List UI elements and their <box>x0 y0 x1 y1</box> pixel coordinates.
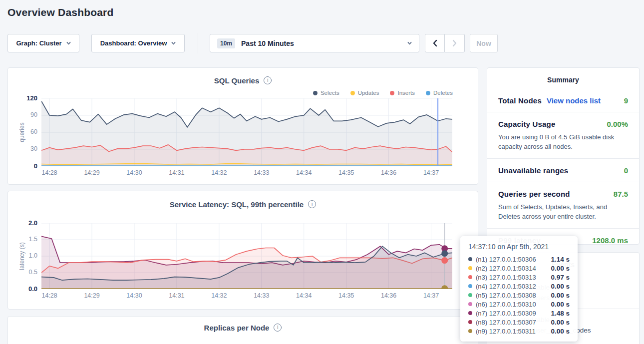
chevron-left-icon <box>432 39 438 47</box>
info-icon[interactable]: i <box>274 324 282 332</box>
tooltip-node-label: (n1) 127.0.0.1:50306 <box>476 256 536 263</box>
summary-item-description: Sum of Selects, Updates, Inserts, and De… <box>498 202 628 221</box>
chevron-down-icon <box>171 41 176 45</box>
x-axis-tick-label: 14:37 <box>415 169 447 176</box>
tooltip-node-value: 0.00 s <box>551 319 570 326</box>
legend-label: Selects <box>321 90 339 96</box>
tooltip-row: (n2) 127.0.0.1:503140.00 s <box>468 264 570 273</box>
sql-queries-chart-title: SQL Queriesi <box>8 75 478 85</box>
node-color-dot-icon <box>468 266 472 270</box>
legend-item[interactable]: Inserts <box>390 90 415 96</box>
x-axis-tick-label: 14:36 <box>373 292 405 299</box>
summary-panel-header: Summary <box>487 76 639 84</box>
summary-item-value: 1208.0 ms <box>592 236 628 245</box>
summary-item-value: 9 <box>624 96 628 105</box>
time-range-badge: 10m <box>217 38 235 48</box>
tooltip-node-value: 1.48 s <box>551 310 570 317</box>
summary-item-row: Total NodesView nodes list9 <box>498 96 628 105</box>
time-range-arrows <box>425 34 465 52</box>
tooltip-node-value: 0.97 s <box>551 274 570 281</box>
y-axis-tick-label: 0.0 <box>18 285 37 293</box>
legend-dot-icon <box>390 91 394 95</box>
info-icon[interactable]: i <box>264 76 272 84</box>
tooltip-row: (n1) 127.0.0.1:503061.14 s <box>468 255 570 264</box>
x-axis-tick-label: 14:33 <box>246 169 278 176</box>
summary-item-title: Total Nodes <box>498 96 542 105</box>
x-axis-tick-label: 14:36 <box>373 169 405 176</box>
chevron-down-icon <box>407 41 412 45</box>
legend-item[interactable]: Selects <box>313 90 339 96</box>
view-nodes-list-link[interactable]: View nodes list <box>547 96 601 105</box>
graph-scope-dropdown[interactable]: Graph: Cluster <box>7 34 79 52</box>
tooltip-node-value: 1.14 s <box>551 256 570 263</box>
legend-dot-icon <box>313 91 318 95</box>
legend-item[interactable]: Updates <box>350 90 379 96</box>
tooltip-node-label: (n4) 127.0.0.1:50312 <box>476 283 536 290</box>
info-icon[interactable]: i <box>308 200 316 208</box>
tooltip-node-unit: s <box>566 256 570 263</box>
x-axis-tick-label: 14:33 <box>246 292 278 299</box>
node-color-dot-icon <box>468 257 472 261</box>
time-range-selector[interactable]: 10m Past 10 Minutes <box>210 34 419 52</box>
summary-item-value: 0 <box>624 166 628 175</box>
x-axis-tick-label: 14:37 <box>415 292 447 299</box>
summary-item-row: Unavailable ranges0 <box>498 166 628 175</box>
tooltip-node-label: (n3) 127.0.0.1:50313 <box>476 274 536 281</box>
node-color-dot-icon <box>468 329 472 333</box>
summary-item: Capacity Usage0.00%You are using 0 B of … <box>487 112 639 158</box>
tooltip-node-unit: s <box>566 265 570 272</box>
tooltip-node-unit: s <box>566 310 570 317</box>
y-axis-tick-label: 120 <box>18 94 37 102</box>
tooltip-rows: (n1) 127.0.0.1:503061.14 s(n2) 127.0.0.1… <box>468 255 570 336</box>
x-axis-tick-label: 14:32 <box>203 292 235 299</box>
x-axis-tick-label: 14:28 <box>33 292 65 299</box>
tooltip-node-label: (n6) 127.0.0.1:50310 <box>476 301 536 308</box>
legend-label: Deletes <box>433 90 453 96</box>
node-color-dot-icon <box>468 284 472 288</box>
service-latency-chart-card: Service Latency: SQL, 99th percentilei 1… <box>7 191 478 310</box>
legend-label: Inserts <box>397 90 415 96</box>
y-axis-tick-label: 0 <box>18 162 37 170</box>
summary-item-row: Capacity Usage0.00% <box>498 120 628 128</box>
service-latency-chart-title: Service Latency: SQL, 99th percentilei <box>8 199 478 209</box>
dashboard-dropdown[interactable]: Dashboard: Overview <box>91 34 185 52</box>
tooltip-node-label: (n5) 127.0.0.1:50308 <box>476 292 536 299</box>
tooltip-node-unit: s <box>566 301 570 308</box>
tooltip-node-label: (n8) 127.0.0.1:50307 <box>476 319 536 326</box>
summary-item-value: 0.00% <box>607 120 628 128</box>
time-range-prev-button[interactable] <box>425 34 445 52</box>
now-button[interactable]: Now <box>470 34 498 52</box>
y-axis-title: queries <box>18 122 25 142</box>
time-range-next-button[interactable] <box>445 34 465 52</box>
tooltip-node-unit: s <box>566 292 570 299</box>
legend-dot-icon <box>350 91 355 95</box>
page-title: Overview Dashboard <box>7 6 114 18</box>
tooltip-node-value: 0.00 s <box>551 265 570 272</box>
replicas-per-node-chart-card: Replicas per Nodei <box>7 316 478 344</box>
summary-item: Queries per second87.5Sum of Selects, Up… <box>487 182 639 228</box>
tooltip-node-value: 0.00 s <box>551 283 570 290</box>
summary-items: Total NodesView nodes list9Capacity Usag… <box>487 89 639 252</box>
tooltip-row: (n9) 127.0.0.1:503110.00 s <box>468 327 570 336</box>
tooltip-node-value: 0.00 s <box>551 328 570 335</box>
legend-item[interactable]: Deletes <box>426 90 453 96</box>
x-axis-tick-label: 14:30 <box>118 169 150 176</box>
tooltip-row: (n3) 127.0.0.1:503130.97 s <box>468 273 570 282</box>
chart-plot-area[interactable] <box>41 223 452 289</box>
chart-plot-area[interactable] <box>41 98 452 166</box>
summary-item-row: Queries per second87.5 <box>498 190 628 198</box>
sql-queries-chart-card: SQL Queriesi SelectsUpdatesInsertsDelete… <box>7 67 478 185</box>
tooltip-node-value: 0.00 s <box>551 301 570 308</box>
tooltip-node-value: 0.00 s <box>551 292 570 299</box>
tooltip-row: (n8) 127.0.0.1:503070.00 s <box>468 318 570 327</box>
summary-item: Unavailable ranges0 <box>487 158 639 182</box>
tooltip-node-label: (n7) 127.0.0.1:50309 <box>476 310 536 317</box>
x-axis-tick-label: 14:31 <box>161 292 193 299</box>
tooltip-node-label: (n2) 127.0.0.1:50314 <box>476 265 536 272</box>
x-axis-tick-label: 14:35 <box>330 169 362 176</box>
legend-dot-icon <box>426 91 430 95</box>
node-color-dot-icon <box>468 311 472 315</box>
summary-item-title: Unavailable ranges <box>498 166 568 175</box>
controls-divider <box>198 33 198 53</box>
node-color-dot-icon <box>468 293 472 297</box>
